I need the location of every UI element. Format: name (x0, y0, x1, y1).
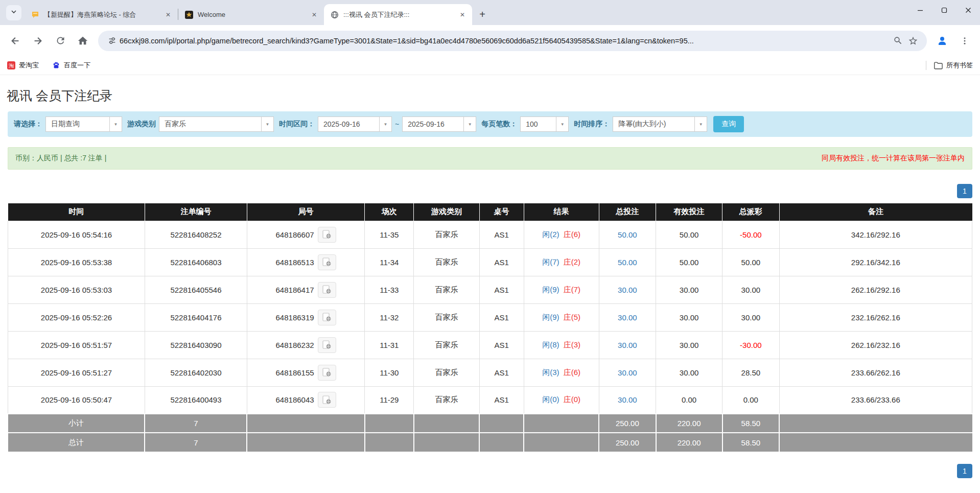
table-header-row: 时间 注单编号 局号 场次 游戏类别 桌号 结果 总投注 有效投注 总派彩 备注 (8, 203, 972, 221)
profile-avatar[interactable] (932, 31, 952, 51)
total-total-bet: 250.00 (599, 433, 656, 452)
video-file-icon (322, 395, 332, 405)
table-row: 2025-09-16 05:51:57 522816403090 6481862… (8, 331, 972, 359)
total-bet-link[interactable]: 50.00 (618, 258, 637, 267)
time-cell: 2025-09-16 05:52:26 (8, 303, 145, 331)
taobao-icon: 淘 (7, 61, 15, 69)
video-replay-button[interactable] (318, 254, 336, 270)
valid-bet-cell: 50.00 (656, 248, 722, 276)
baidu-paw-icon (52, 61, 60, 69)
result-banker: 庄(3) (564, 340, 580, 349)
col-bet-id: 注单编号 (145, 203, 247, 221)
total-bet-link[interactable]: 30.00 (618, 395, 637, 404)
close-icon[interactable]: ✕ (458, 10, 467, 19)
video-replay-button[interactable] (318, 310, 336, 325)
total-bet-link[interactable]: 30.00 (618, 341, 637, 349)
address-bar[interactable]: 66cxkj98.com/ipl/portal.php/game/betreco… (98, 31, 927, 51)
tab-search-button[interactable] (6, 5, 21, 20)
time-cell: 2025-09-16 05:51:57 (8, 331, 145, 359)
maximize-button[interactable] (932, 0, 956, 20)
bet-id-cell: 522816402030 (145, 359, 247, 386)
total-valid-bet: 220.00 (656, 433, 722, 452)
site-info-icon[interactable] (104, 33, 120, 49)
query-type-select[interactable]: 日期查询 ▼ (45, 116, 122, 132)
minimize-button[interactable] (908, 0, 932, 20)
game-type-cell: 百家乐 (414, 303, 479, 331)
total-bet-cell: 50.00 (599, 248, 656, 276)
bookmark-star-icon[interactable] (905, 33, 921, 49)
bookmark-baidu[interactable]: 百度一下 (52, 61, 90, 70)
all-bookmarks-button[interactable]: 所有书签 (934, 61, 973, 70)
yellow-forum-icon (31, 10, 39, 19)
round-cell: 648186155 (247, 359, 364, 386)
game-type-cell: 百家乐 (414, 248, 479, 276)
home-button[interactable] (73, 31, 92, 51)
bet-id-cell: 522816403090 (145, 331, 247, 359)
date-to-select[interactable]: 2025-09-16 ▼ (402, 116, 476, 132)
page-1-button[interactable]: 1 (957, 184, 972, 198)
total-bet-link[interactable]: 30.00 (618, 313, 637, 322)
table-no-cell: AS1 (479, 276, 524, 303)
tab-welcome[interactable]: Welcome ✕ (178, 4, 324, 25)
time-cell: 2025-09-16 05:51:27 (8, 359, 145, 386)
pagination-bottom: 1 (8, 464, 972, 478)
video-file-icon (322, 340, 332, 349)
sort-label: 时间排序： (574, 120, 610, 129)
round-id: 648186417 (276, 286, 314, 294)
select-label: 请选择： (14, 120, 42, 129)
payout-cell: 28.50 (722, 359, 779, 386)
col-payout: 总派彩 (722, 203, 779, 221)
payout-cell: -30.00 (722, 331, 779, 359)
total-count: 7 (145, 433, 247, 452)
round-id: 648186043 (276, 395, 314, 404)
round-id: 648186155 (276, 368, 314, 377)
table-row: 2025-09-16 05:53:03 522816405546 6481864… (8, 276, 972, 303)
table-no-cell: AS1 (479, 221, 524, 248)
payout-value: 30.00 (741, 286, 761, 294)
close-icon[interactable]: ✕ (164, 10, 173, 19)
remark-cell: 233.66/262.16 (779, 359, 972, 386)
result-cell: 闲(9) 庄(5) (524, 303, 599, 331)
video-replay-button[interactable] (318, 365, 336, 381)
video-replay-button[interactable] (318, 227, 336, 243)
table-no-cell: AS1 (479, 331, 524, 359)
game-type-select[interactable]: 百家乐 ▼ (159, 116, 274, 132)
url-text[interactable]: 66cxkj98.com/ipl/portal.php/game/betreco… (120, 37, 890, 45)
info-bar: 币别：人民币 | 总共 :7 注单 | 同局有效投注，统一计算在该局第一张注单内 (8, 147, 972, 170)
table-no-cell: AS1 (479, 359, 524, 386)
close-icon[interactable]: ✕ (310, 10, 319, 19)
total-bet-link[interactable]: 50.00 (618, 230, 637, 239)
video-replay-button[interactable] (318, 337, 336, 353)
forward-button[interactable] (28, 31, 48, 51)
sort-select[interactable]: 降幂(由大到小) ▼ (613, 116, 707, 132)
total-bet-cell: 30.00 (599, 331, 656, 359)
result-banker: 庄(7) (564, 285, 580, 294)
zoom-icon[interactable] (890, 33, 905, 49)
reload-button[interactable] (51, 31, 70, 51)
new-tab-button[interactable]: + (475, 7, 489, 21)
col-game-type: 游戏类别 (414, 203, 479, 221)
game-type-cell: 百家乐 (414, 276, 479, 303)
result-player: 闲(2) (542, 230, 559, 239)
svg-text:淘: 淘 (9, 63, 14, 68)
chevron-down-icon (10, 8, 17, 17)
video-file-icon (322, 230, 332, 239)
tab-bet-records[interactable]: :::视讯 会员下注纪录::: ✕ (324, 4, 472, 25)
query-button[interactable]: 查询 (713, 116, 744, 132)
video-replay-button[interactable] (318, 282, 336, 298)
result-banker: 庄(5) (564, 313, 580, 321)
remark-cell: 342.16/292.16 (779, 221, 972, 248)
bookmark-taobao[interactable]: 淘 爱淘宝 (7, 61, 39, 70)
video-replay-button[interactable] (318, 392, 336, 408)
menu-button[interactable] (955, 31, 974, 51)
close-window-button[interactable] (956, 0, 980, 20)
page-size-select[interactable]: 100 ▼ (520, 116, 569, 132)
page-1-button[interactable]: 1 (957, 464, 972, 478)
total-bet-link[interactable]: 30.00 (618, 368, 637, 377)
video-file-icon (322, 313, 332, 322)
tab-forum[interactable]: 【新提醒】海燕策略论坛 - 综合 ✕ (25, 4, 178, 25)
range-separator: ~ (395, 120, 399, 128)
back-button[interactable] (6, 31, 25, 51)
date-from-select[interactable]: 2025-09-16 ▼ (318, 116, 392, 132)
total-bet-link[interactable]: 30.00 (618, 286, 637, 294)
